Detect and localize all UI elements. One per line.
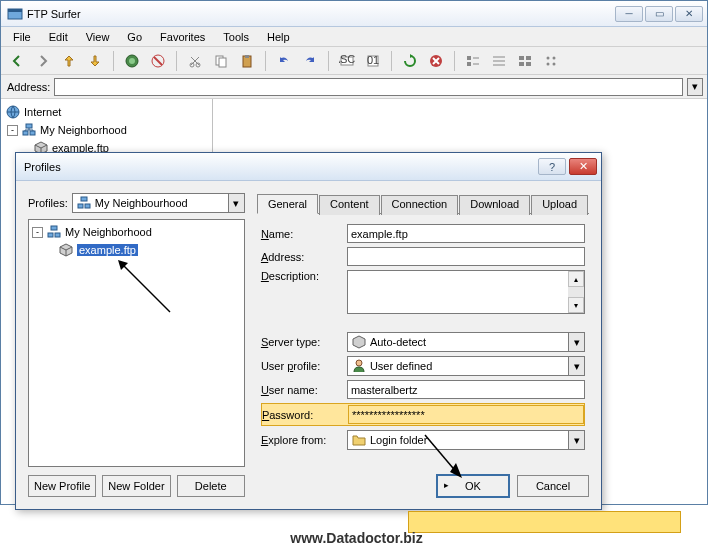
redo-icon[interactable] xyxy=(300,51,320,71)
profiles-tree[interactable]: - My Neighborhood example.ftp xyxy=(28,219,245,467)
tree-internet[interactable]: Internet xyxy=(5,103,208,121)
svg-point-36 xyxy=(356,360,362,366)
user-profile-combo[interactable]: User defined ▾ xyxy=(347,356,585,376)
server-type-combo[interactable]: Auto-detect ▾ xyxy=(347,332,585,352)
address-label: Address: xyxy=(7,81,50,93)
cube-icon xyxy=(351,334,367,350)
server-type-text: Auto-detect xyxy=(370,336,426,348)
titlebar[interactable]: FTP Surfer ─ ▭ ✕ xyxy=(1,1,707,27)
password-input[interactable] xyxy=(348,405,584,424)
chevron-down-icon[interactable]: ▾ xyxy=(228,194,244,212)
cut-icon[interactable] xyxy=(185,51,205,71)
menu-help[interactable]: Help xyxy=(259,29,298,45)
tab-content[interactable]: Content xyxy=(319,195,380,215)
copy-icon[interactable] xyxy=(211,51,231,71)
server-type-label: Server type: xyxy=(261,336,347,348)
tab-download[interactable]: Download xyxy=(459,195,530,215)
tree-neighborhood[interactable]: - My Neighborhood xyxy=(5,121,208,139)
menu-view[interactable]: View xyxy=(78,29,118,45)
explore-combo[interactable]: Login folder ▾ xyxy=(347,430,585,450)
svg-rect-17 xyxy=(467,62,471,66)
minimize-button[interactable]: ─ xyxy=(615,6,643,22)
svg-rect-1 xyxy=(8,9,22,12)
chevron-down-icon[interactable]: ▾ xyxy=(568,357,584,375)
svg-point-25 xyxy=(553,62,556,65)
menu-edit[interactable]: Edit xyxy=(41,29,76,45)
view1-icon[interactable] xyxy=(463,51,483,71)
tab-general[interactable]: General xyxy=(257,194,318,214)
chevron-down-icon[interactable]: ▾ xyxy=(568,333,584,351)
new-profile-button[interactable]: New Profile xyxy=(28,475,96,497)
dialog-title: Profiles xyxy=(24,161,538,173)
profiles-label: Profiles: xyxy=(28,197,68,209)
network-icon xyxy=(21,122,37,138)
collapse-icon[interactable]: - xyxy=(32,227,43,238)
view4-icon[interactable] xyxy=(541,51,561,71)
disconnect-icon[interactable] xyxy=(148,51,168,71)
svg-point-24 xyxy=(547,62,550,65)
profiles-combo[interactable]: My Neighbourhood ▾ xyxy=(72,193,245,213)
description-input[interactable]: ▴▾ xyxy=(347,270,585,314)
address-dropdown[interactable]: ▾ xyxy=(687,78,703,96)
svg-point-3 xyxy=(129,58,135,64)
ok-button[interactable]: OK xyxy=(437,475,509,497)
maximize-button[interactable]: ▭ xyxy=(645,6,673,22)
menu-favorites[interactable]: Favorites xyxy=(152,29,213,45)
stop-icon[interactable] xyxy=(426,51,446,71)
help-button[interactable]: ? xyxy=(538,158,566,175)
dialog-titlebar[interactable]: Profiles ? ✕ xyxy=(16,153,601,181)
network-icon xyxy=(46,224,62,240)
address-input[interactable] xyxy=(347,247,585,266)
forward-icon[interactable] xyxy=(33,51,53,71)
down-icon[interactable] xyxy=(85,51,105,71)
description-label: Description: xyxy=(261,270,347,282)
ascii-icon[interactable]: ASCII xyxy=(337,51,357,71)
scroll-up-icon[interactable]: ▴ xyxy=(568,271,584,287)
svg-rect-19 xyxy=(526,56,531,60)
tab-upload[interactable]: Upload xyxy=(531,195,588,215)
connect-icon[interactable] xyxy=(122,51,142,71)
dialog-right-panel: General Content Connection Download Uplo… xyxy=(257,193,589,497)
dialog-left-panel: Profiles: My Neighbourhood ▾ - My Neighb… xyxy=(28,193,245,497)
svg-rect-20 xyxy=(519,62,524,66)
svg-text:ASCII: ASCII xyxy=(339,53,355,65)
scroll-down-icon[interactable]: ▾ xyxy=(568,297,584,313)
explore-label: Explore from: xyxy=(261,434,347,446)
refresh-icon[interactable] xyxy=(400,51,420,71)
svg-rect-28 xyxy=(30,131,35,135)
tab-connection[interactable]: Connection xyxy=(381,195,459,215)
explore-text: Login folder xyxy=(370,434,428,446)
chevron-down-icon[interactable]: ▾ xyxy=(568,431,584,449)
user-profile-label: User profile: xyxy=(261,360,347,372)
view3-icon[interactable] xyxy=(515,51,535,71)
up-icon[interactable] xyxy=(59,51,79,71)
menu-tools[interactable]: Tools xyxy=(215,29,257,45)
username-label: User name: xyxy=(261,384,347,396)
name-input[interactable] xyxy=(347,224,585,243)
new-folder-button[interactable]: New Folder xyxy=(102,475,170,497)
network-icon xyxy=(76,195,92,211)
back-icon[interactable] xyxy=(7,51,27,71)
username-input[interactable] xyxy=(347,380,585,399)
undo-icon[interactable] xyxy=(274,51,294,71)
tree-root[interactable]: - My Neighborhood xyxy=(32,223,241,241)
name-label: Name: xyxy=(261,228,347,240)
svg-text:01: 01 xyxy=(367,54,379,66)
view2-icon[interactable] xyxy=(489,51,509,71)
menu-go[interactable]: Go xyxy=(119,29,150,45)
menu-file[interactable]: File xyxy=(5,29,39,45)
tree-label-neighborhood: My Neighborhood xyxy=(40,124,127,136)
binary-icon[interactable]: 01 xyxy=(363,51,383,71)
collapse-icon[interactable]: - xyxy=(7,125,18,136)
svg-point-23 xyxy=(553,56,556,59)
tree-selected[interactable]: example.ftp xyxy=(32,241,241,259)
svg-point-22 xyxy=(547,56,550,59)
tree-selected-label: example.ftp xyxy=(77,244,138,256)
cancel-button[interactable]: Cancel xyxy=(517,475,589,497)
close-button[interactable]: ✕ xyxy=(675,6,703,22)
globe-icon xyxy=(5,104,21,120)
dialog-close-button[interactable]: ✕ xyxy=(569,158,597,175)
paste-icon[interactable] xyxy=(237,51,257,71)
address-input[interactable] xyxy=(54,78,683,96)
delete-button[interactable]: Delete xyxy=(177,475,245,497)
